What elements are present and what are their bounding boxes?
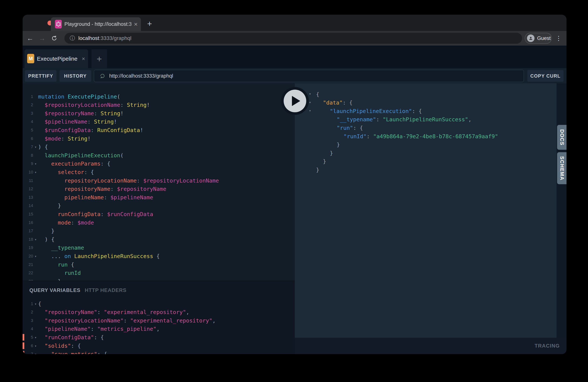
- fold-arrow-icon[interactable]: ▾: [33, 170, 38, 174]
- kebab-menu-icon[interactable]: ⋮: [554, 31, 563, 45]
- line-number: 13: [22, 195, 33, 200]
- code-line[interactable]: 13 pipelineName: $pipelineName: [22, 193, 295, 202]
- response-line[interactable]: }: [295, 141, 557, 149]
- code-line[interactable]: 23 }: [22, 277, 295, 281]
- code-line[interactable]: 17 }: [22, 227, 295, 235]
- fold-arrow-icon[interactable]: ▾: [33, 302, 38, 306]
- tab-close-icon[interactable]: ×: [131, 17, 141, 31]
- endpoint-reload-icon[interactable]: [100, 73, 105, 79]
- code-line[interactable]: 2 $repositoryLocationName: String!: [22, 101, 295, 109]
- query-editor[interactable]: 1mutation ExecutePipeline(2 $repositoryL…: [22, 83, 295, 281]
- tracing-label[interactable]: TRACING: [535, 343, 560, 349]
- playground-new-tab-button[interactable]: +: [91, 49, 107, 68]
- line-number: 12: [22, 187, 33, 191]
- code-line[interactable]: 11 repositoryLocationName: $repositoryLo…: [22, 176, 295, 185]
- error-marker-bar: [22, 334, 24, 340]
- playground-tab[interactable]: M ExecutePipeline ×: [24, 49, 88, 68]
- line-number: 14: [22, 203, 33, 208]
- code-line[interactable]: 7▾ "save_metrics": {: [22, 350, 295, 354]
- code-line[interactable]: 15 runConfigData: $runConfigData: [22, 210, 295, 218]
- docs-tab[interactable]: DOCS: [557, 125, 567, 150]
- forward-icon[interactable]: →: [38, 31, 46, 45]
- line-number: 4: [22, 326, 33, 331]
- code-line[interactable]: 7▾) {: [22, 143, 295, 151]
- code-line[interactable]: 2 "repositoryName": "experimental_reposi…: [22, 308, 295, 317]
- response-line[interactable]: }: [295, 166, 557, 174]
- line-number: 3: [22, 318, 33, 323]
- code-line[interactable]: 3 "repositoryLocationName": "experimenta…: [22, 316, 295, 325]
- code-line[interactable]: 20▾ ... on LaunchPipelineRunSuccess {: [22, 252, 295, 260]
- info-icon[interactable]: ⓘ: [70, 35, 75, 42]
- fold-arrow-icon[interactable]: ▾: [33, 162, 38, 166]
- code-line[interactable]: 19 __typename: [22, 244, 295, 252]
- fold-arrow-icon[interactable]: ▾: [33, 335, 38, 340]
- profile-button[interactable]: Guest: [525, 33, 552, 44]
- response-line[interactable]: "run": {: [295, 124, 557, 132]
- history-button[interactable]: HISTORY: [60, 70, 91, 82]
- line-number: 4: [22, 119, 33, 124]
- playground-tab-close-icon[interactable]: ×: [79, 49, 88, 68]
- avatar-icon: [527, 35, 534, 42]
- response-line[interactable]: "runId": "a49b864a-79e2-4be8-b78c-687457…: [295, 132, 557, 141]
- code-line[interactable]: 10▾ selector: {: [22, 168, 295, 176]
- response-line[interactable]: "__typename": "LaunchPipelineRunSuccess"…: [295, 115, 557, 124]
- profile-label: Guest: [537, 35, 551, 41]
- playground-toolbar: PRETTIFY HISTORY COPY CURL: [22, 68, 567, 83]
- code-line[interactable]: 4 "pipelineName": "metrics_pipeline",: [22, 325, 295, 333]
- code-line[interactable]: 22 runId: [22, 269, 295, 277]
- reload-icon[interactable]: [50, 31, 58, 45]
- response-line[interactable]: }: [295, 149, 557, 157]
- error-marker-bar: [22, 351, 24, 354]
- code-line[interactable]: 6▾ "solids": {: [22, 341, 295, 350]
- url-path: :3333/graphql: [99, 35, 131, 41]
- code-line[interactable]: 16 mode: $mode: [22, 218, 295, 227]
- collapse-arrow-icon[interactable]: ▾: [309, 108, 311, 113]
- code-line[interactable]: 9▾ executionParams: {: [22, 160, 295, 168]
- line-number: 2: [22, 103, 33, 107]
- code-line[interactable]: 12 repositoryName: $repositoryName: [22, 185, 295, 193]
- browser-tab[interactable]: Playground - http://localhost:3 ×: [51, 17, 141, 31]
- response-viewer[interactable]: ▾{▾"data": {▾"launchPipelineExecution": …: [295, 83, 557, 338]
- line-number: 11: [22, 178, 33, 183]
- code-line[interactable]: 14 }: [22, 202, 295, 210]
- play-icon: [284, 90, 306, 112]
- new-tab-icon[interactable]: +: [146, 20, 154, 28]
- copy-curl-button[interactable]: COPY CURL: [527, 70, 564, 82]
- play-button[interactable]: [281, 87, 309, 115]
- code-line[interactable]: 1▾{: [22, 299, 295, 308]
- back-icon[interactable]: ←: [26, 31, 34, 45]
- response-line[interactable]: ▾{: [295, 90, 557, 99]
- prettify-button[interactable]: PRETTIFY: [25, 70, 57, 82]
- line-number: 10: [22, 170, 33, 175]
- response-line[interactable]: }: [295, 157, 557, 166]
- code-line[interactable]: 8 launchPipelineExecution(: [22, 151, 295, 160]
- fold-arrow-icon[interactable]: ▾: [33, 352, 38, 354]
- endpoint-input[interactable]: [109, 73, 467, 79]
- code-line[interactable]: 5▾ "runConfigData": {: [22, 333, 295, 341]
- url-host: localhost: [78, 35, 99, 41]
- line-number: 17: [22, 229, 33, 233]
- browser-navbar: ← → ⓘ localhost:3333/graphql Guest ⋮: [22, 31, 567, 45]
- fold-arrow-icon[interactable]: ▾: [33, 254, 38, 258]
- code-line[interactable]: 3 $repositoryName: String!: [22, 109, 295, 118]
- code-line[interactable]: 5 $runConfigData: RunConfigData!: [22, 126, 295, 134]
- fold-arrow-icon[interactable]: ▾: [33, 344, 38, 348]
- code-line[interactable]: 1mutation ExecutePipeline(: [22, 92, 295, 101]
- line-number: 23: [22, 279, 33, 281]
- code-line[interactable]: 21 run {: [22, 260, 295, 269]
- address-bar[interactable]: ⓘ localhost:3333/graphql: [64, 33, 522, 44]
- response-line[interactable]: ▾"data": {: [295, 99, 557, 107]
- collapse-arrow-icon[interactable]: ▾: [309, 91, 311, 96]
- line-number: 22: [22, 271, 33, 276]
- response-line[interactable]: ▾"launchPipelineExecution": {: [295, 107, 557, 115]
- fold-arrow-icon[interactable]: ▾: [33, 145, 38, 149]
- code-line[interactable]: 18▾ ) {: [22, 235, 295, 244]
- variables-editor[interactable]: 1▾{2 "repositoryName": "experimental_rep…: [22, 281, 295, 354]
- code-line[interactable]: 6 $mode: String!: [22, 134, 295, 143]
- line-number: 3: [22, 111, 33, 116]
- error-marker-bar: [22, 342, 24, 349]
- code-line[interactable]: 4 $pipelineName: String!: [22, 118, 295, 126]
- collapse-arrow-icon[interactable]: ▾: [309, 100, 311, 105]
- schema-tab[interactable]: SCHEMA: [557, 152, 567, 184]
- fold-arrow-icon[interactable]: ▾: [33, 237, 38, 241]
